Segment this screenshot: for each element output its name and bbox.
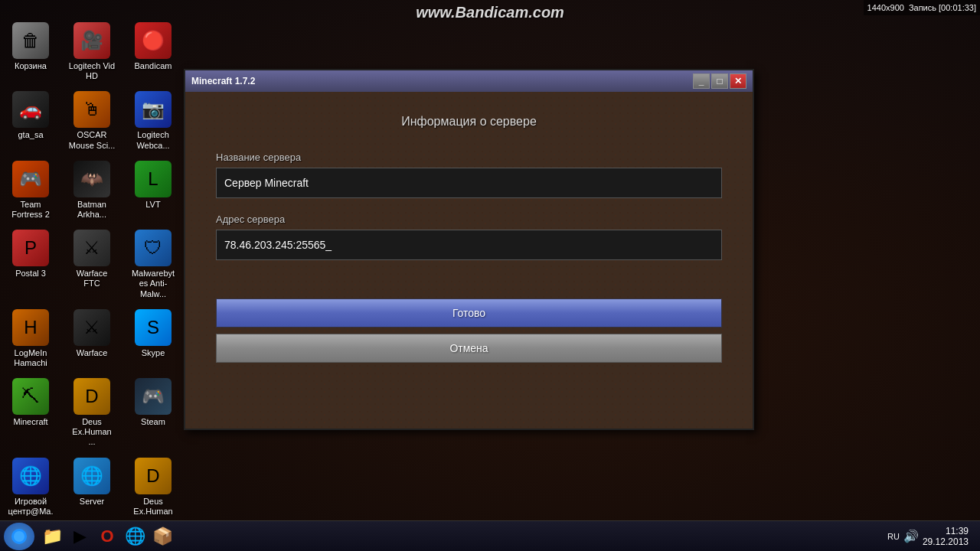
desktop-icon-minecraft[interactable]: ⛏Minecraft [4, 375, 57, 451]
icon-img-skype: S [135, 309, 172, 346]
icon-label-steam: Steam [141, 417, 165, 427]
clock-date: 29.12.2013 [923, 536, 969, 547]
icon-label-malwarebytes: Malwarebytes Anti-Malw... [129, 269, 177, 299]
server-name-label: Название сервера [216, 152, 722, 163]
start-button[interactable] [4, 523, 34, 550]
icon-label-warface: Warface [77, 348, 108, 358]
desktop-icon-malwarebytes[interactable]: 🛡Malwarebytes Anti-Malw... [126, 227, 180, 302]
desktop-icon-gta-sa[interactable]: 🚗gta_sa [4, 88, 57, 153]
desktop-icon-deus2[interactable]: DDeus Ex.Human ... [126, 455, 180, 530]
desktop-icon-tf2[interactable]: 🎮Team Fortress 2 [4, 158, 57, 223]
cancel-button[interactable]: Отмена [216, 334, 722, 363]
tray-language: RU [887, 532, 900, 541]
server-address-label: Адрес сервера [216, 214, 722, 225]
icon-img-server: 🌐 [74, 458, 110, 494]
icon-label-batman: Batman Arkha... [68, 200, 116, 220]
icon-label-logitech-vid: Logitech Vid HD [68, 61, 116, 81]
icon-img-trash: 🗑 [12, 22, 49, 59]
desktop-icon-skype[interactable]: SSkype [126, 306, 180, 371]
taskbar: 📁 ▶ O 🌐 📦 RU 🔊 11:39 29.12.2013 [0, 520, 980, 551]
icon-label-trash: Корзина [15, 61, 47, 71]
icon-label-postal3: Postal 3 [15, 269, 46, 279]
icon-label-skype: Skype [142, 348, 165, 358]
server-address-input[interactable] [216, 230, 722, 260]
icon-img-warface-ftc: ⚔ [74, 230, 110, 266]
system-tray: 1440x900 Запись [00:01:33] [864, 0, 980, 15]
done-button[interactable]: Готово [216, 298, 722, 328]
desktop-icon-steam[interactable]: 🎮Steam [126, 375, 180, 451]
icon-img-gta-sa: 🚗 [12, 91, 49, 128]
icon-label-tf2: Team Fortress 2 [7, 200, 54, 220]
desktop-icon-batman[interactable]: 🦇Batman Arkha... [65, 158, 119, 223]
desktop-icon-bandicam[interactable]: 🔴Bandicam [126, 19, 180, 84]
svg-point-1 [14, 531, 24, 542]
desktop-icon-warface[interactable]: ⚔Warface [65, 306, 119, 371]
icon-label-bandicam: Bandicam [135, 61, 172, 71]
desktop-icon-deus[interactable]: DDeus Ex.Human ... [65, 375, 119, 451]
desktop-icon-lvt[interactable]: LLVT [126, 158, 180, 223]
icon-img-minecraft: ⛏ [12, 378, 49, 415]
clock-time: 11:39 [923, 526, 969, 536]
icon-img-deus2: D [135, 458, 172, 494]
desktop-icon-warface-ftc[interactable]: ⚔Warface FTC [65, 227, 119, 302]
minimize-button[interactable]: _ [693, 73, 710, 89]
icon-img-postal3: P [12, 230, 49, 266]
desktop-icon-trash[interactable]: 🗑Корзина [4, 19, 57, 84]
desktop-icon-igrovoy[interactable]: 🌐Игровой центр@Ma... [4, 455, 57, 530]
desktop-icon-oscar[interactable]: 🖱OSCAR Mouse Sci... [65, 88, 119, 153]
server-name-input[interactable] [216, 168, 722, 198]
icon-img-warface: ⚔ [74, 309, 110, 346]
icon-img-oscar: 🖱 [74, 91, 110, 128]
taskbar-right: RU 🔊 11:39 29.12.2013 [887, 526, 976, 547]
icon-label-lvt: LVT [145, 200, 160, 210]
icon-img-bandicam: 🔴 [135, 22, 172, 59]
icon-label-minecraft: Minecraft [13, 417, 47, 427]
icon-label-oscar: OSCAR Mouse Sci... [68, 130, 116, 150]
icon-label-deus: Deus Ex.Human ... [68, 417, 116, 448]
tray-speaker[interactable]: 🔊 [903, 529, 919, 543]
icon-label-gta-sa: gta_sa [18, 130, 43, 140]
resolution-text: 1440x900 [867, 3, 904, 12]
desktop-icon-server[interactable]: 🌐Server [65, 455, 119, 530]
dialog-body: Информация о сервере Название сервера Ад… [185, 92, 753, 429]
icon-label-logmein: LogMeIn Hamachi [7, 348, 54, 368]
icon-img-tf2: 🎮 [12, 161, 49, 197]
icon-label-logitech-webcam: Logitech Webca... [129, 130, 177, 150]
taskbar-media[interactable]: ▶ [67, 524, 92, 549]
desktop-icon-logmein[interactable]: HLogMeIn Hamachi [4, 306, 57, 371]
icon-img-logitech-webcam: 📷 [135, 91, 172, 128]
recording-text: Запись [00:01:33] [909, 3, 976, 12]
taskbar-opera[interactable]: O [95, 524, 119, 549]
taskbar-folder[interactable]: 📁 [40, 524, 64, 549]
dialog-title: Minecraft 1.7.2 [191, 76, 691, 86]
icon-img-steam: 🎮 [135, 378, 172, 415]
dialog-titlebar[interactable]: Minecraft 1.7.2 _ □ ✕ [185, 70, 753, 92]
desktop-icon-logitech-vid[interactable]: 🎥Logitech Vid HD [65, 19, 119, 84]
icon-img-logitech-vid: 🎥 [74, 22, 110, 59]
maximize-button[interactable]: □ [711, 73, 728, 89]
desktop-icon-postal3[interactable]: PPostal 3 [4, 227, 57, 302]
minecraft-dialog: Minecraft 1.7.2 _ □ ✕ Информация о серве… [184, 69, 754, 430]
system-clock: 11:39 29.12.2013 [923, 526, 969, 547]
desktop-icons: 🗑Корзина🎥Logitech Vid HD🔴Bandicam🚗gta_sa… [4, 19, 184, 551]
bandicam-watermark: www.Bandicam.com [416, 4, 564, 21]
icon-img-batman: 🦇 [74, 161, 110, 197]
close-button[interactable]: ✕ [730, 73, 746, 89]
icon-img-logmein: H [12, 309, 49, 346]
icon-label-warface-ftc: Warface FTC [68, 269, 116, 289]
taskbar-mc[interactable]: 📦 [150, 524, 175, 549]
icon-label-server: Server [80, 497, 104, 507]
icon-img-igrovoy: 🌐 [12, 458, 49, 494]
icon-img-deus: D [74, 378, 110, 415]
desktop-icon-logitech-webcam[interactable]: 📷Logitech Webca... [126, 88, 180, 153]
icon-img-lvt: L [135, 161, 172, 197]
dialog-heading: Информация о сервере [216, 115, 722, 129]
desktop: www.Bandicam.com 1440x900 Запись [00:01:… [0, 0, 980, 551]
taskbar-chrome[interactable]: 🌐 [122, 524, 147, 549]
icon-img-malwarebytes: 🛡 [135, 230, 172, 266]
